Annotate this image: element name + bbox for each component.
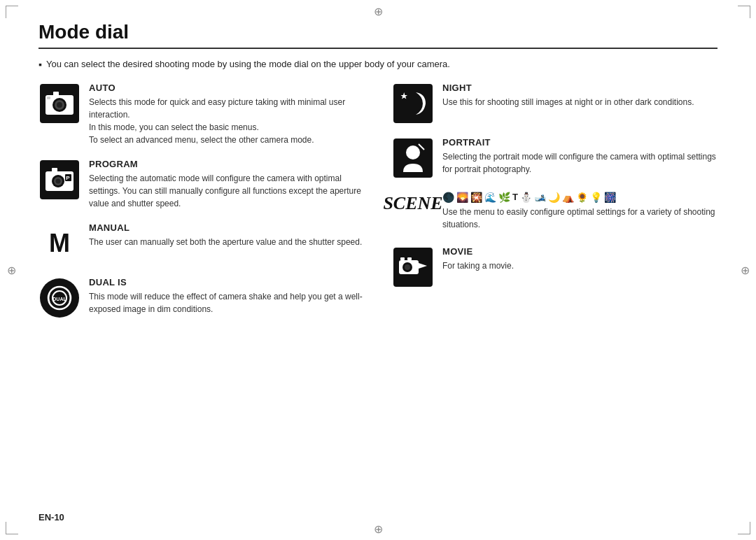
scene-icon-10: ⛺ xyxy=(562,192,574,203)
scene-icon-11: 🌻 xyxy=(576,192,588,203)
crosshair-right xyxy=(738,263,752,277)
scene-desc: Use the menu to easily configure optimal… xyxy=(442,206,718,231)
dual-is-icon: DUAL xyxy=(38,277,80,319)
mode-program: P PROGRAM Selecting the automatic mode w… xyxy=(38,159,364,210)
auto-title: AUTO xyxy=(89,83,364,93)
manual-m-letter: M xyxy=(40,224,79,263)
scene-icon-13: 🎆 xyxy=(604,192,616,203)
corner-mark-tr xyxy=(738,6,750,18)
manual-title: MANUAL xyxy=(89,222,364,233)
svg-rect-5 xyxy=(53,92,59,96)
page-footer: EN-10 xyxy=(38,512,64,523)
scene-icon-2: 🌄 xyxy=(456,192,468,203)
night-title: NIGHT xyxy=(442,83,718,93)
corner-mark-bl xyxy=(6,522,18,534)
program-title: PROGRAM xyxy=(89,159,364,169)
svg-rect-19 xyxy=(393,84,433,123)
scene-icon: SCENE xyxy=(392,192,434,234)
svg-rect-29 xyxy=(400,257,405,260)
program-desc: Selecting the automatic mode will config… xyxy=(89,172,364,210)
scene-icon-3: 🎇 xyxy=(470,192,482,203)
mode-portrait: PORTRAIT Selecting the portrait mode wil… xyxy=(392,137,718,179)
mode-movie: MOVIE For taking a movie. xyxy=(392,246,718,288)
svg-point-22 xyxy=(406,145,420,159)
svg-text:P: P xyxy=(66,175,70,181)
night-desc: Use this for shooting still images at ni… xyxy=(442,96,718,108)
dual-is-desc: This mode will reduce the effect of came… xyxy=(89,290,364,315)
svg-text:DUAL: DUAL xyxy=(52,297,66,301)
scene-icon-6: T xyxy=(512,192,518,203)
svg-point-11 xyxy=(56,179,61,184)
portrait-text: PORTRAIT Selecting the portrait mode wil… xyxy=(442,137,718,176)
corner-mark-tl xyxy=(6,6,18,18)
crosshair-top xyxy=(371,4,385,18)
svg-point-27 xyxy=(405,264,410,270)
scene-icon-8: 🎿 xyxy=(534,192,546,203)
scene-icon-1: 🌑 xyxy=(442,192,454,203)
svg-point-4 xyxy=(57,102,62,108)
portrait-desc: Selecting the portrait mode will configu… xyxy=(442,150,718,176)
program-text: PROGRAM Selecting the automatic mode wil… xyxy=(89,159,364,210)
page-title: Mode dial xyxy=(38,21,718,49)
scene-label-text: SCENE xyxy=(383,194,442,213)
right-column: NIGHT Use this for shooting still images… xyxy=(392,83,718,332)
scene-icon-12: 💡 xyxy=(590,192,602,203)
auto-text: AUTO Selects this mode for quick and eas… xyxy=(89,83,364,146)
manual-text: MANUAL The user can manually set both th… xyxy=(89,222,364,248)
movie-text: MOVIE For taking a movie. xyxy=(442,246,718,272)
intro-line: You can select the desired shooting mode… xyxy=(38,59,718,70)
portrait-title: PORTRAIT xyxy=(442,137,718,148)
mode-night: NIGHT Use this for shooting still images… xyxy=(392,83,718,125)
scene-icon-7: ⛄ xyxy=(520,192,532,203)
left-column: AUTO Selects this mode for quick and eas… xyxy=(38,83,364,332)
movie-desc: For taking a movie. xyxy=(442,260,718,272)
mode-scene: SCENE 🌑 🌄 🎇 🌊 🌿 T ⛄ 🎿 🌙 ⛺ 🌻 xyxy=(392,192,718,234)
night-text: NIGHT Use this for shooting still images… xyxy=(442,83,718,108)
auto-icon xyxy=(38,83,80,125)
movie-icon xyxy=(392,246,434,288)
scene-text: 🌑 🌄 🎇 🌊 🌿 T ⛄ 🎿 🌙 ⛺ 🌻 💡 🎆 xyxy=(442,192,718,231)
dual-is-title: DUAL IS xyxy=(89,277,364,287)
scene-icon-4: 🌊 xyxy=(484,192,496,203)
night-icon xyxy=(392,83,434,125)
content-columns: AUTO Selects this mode for quick and eas… xyxy=(38,83,718,332)
scene-icon-5: 🌿 xyxy=(498,192,510,203)
mode-manual: M MANUAL The user can manually set both … xyxy=(38,222,364,264)
intro-text: You can select the desired shooting mode… xyxy=(46,59,450,69)
manual-icon: M xyxy=(38,222,80,264)
manual-desc: The user can manually set both the apert… xyxy=(89,236,364,248)
page-container: Mode dial You can select the desired sho… xyxy=(0,0,756,540)
crosshair-left xyxy=(4,263,18,277)
portrait-icon xyxy=(392,137,434,179)
crosshair-bottom xyxy=(371,522,385,536)
mode-dual-is: DUAL DUAL IS This mode will reduce the e… xyxy=(38,277,364,319)
svg-rect-30 xyxy=(407,257,412,260)
mode-auto: AUTO Selects this mode for quick and eas… xyxy=(38,83,364,146)
corner-mark-br xyxy=(738,522,750,534)
scene-icons-row: 🌑 🌄 🎇 🌊 🌿 T ⛄ 🎿 🌙 ⛺ 🌻 💡 🎆 xyxy=(442,192,718,203)
movie-title: MOVIE xyxy=(442,246,718,257)
program-icon: P xyxy=(38,159,80,201)
scene-icon-9: 🌙 xyxy=(548,192,560,203)
svg-rect-6 xyxy=(47,97,50,99)
dual-is-text: DUAL IS This mode will reduce the effect… xyxy=(89,277,364,315)
auto-desc: Selects this mode for quick and easy pic… xyxy=(89,96,364,146)
svg-rect-12 xyxy=(52,168,57,172)
